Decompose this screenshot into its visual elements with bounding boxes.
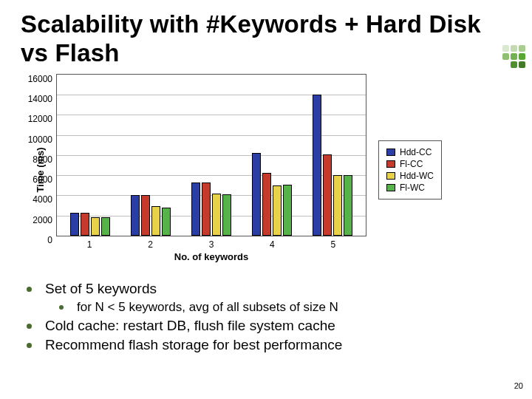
- legend-swatch: [386, 160, 395, 168]
- bullet-icon: [59, 305, 64, 310]
- chart-ytick: 8000: [33, 155, 52, 164]
- chart-xtick: 5: [311, 239, 355, 250]
- bullet-level1: Recommend flash storage for best perform…: [27, 337, 511, 353]
- chart-bar: [162, 208, 171, 236]
- chart-bar: [91, 217, 100, 236]
- chart-bar: [191, 183, 200, 236]
- chart-ytick: 2000: [33, 216, 52, 225]
- bullet-text: Recommend flash storage for best perform…: [45, 337, 342, 353]
- chart-bar: [344, 175, 352, 236]
- decorative-squares: [499, 44, 526, 69]
- chart-xticks: 12345: [56, 239, 366, 250]
- legend-swatch: [386, 184, 395, 191]
- chart-ytick: 14000: [28, 95, 52, 103]
- chart-xtick: 4: [250, 239, 294, 250]
- bullet-text: Cold cache: restart DB, flush file syste…: [45, 318, 335, 334]
- chart-bar: [212, 194, 221, 236]
- chart-bar: [131, 195, 140, 236]
- chart-bar-group: [252, 75, 292, 236]
- page-number: 20: [514, 381, 523, 390]
- chart-ytick: 16000: [28, 75, 52, 83]
- chart-ytick: 10000: [28, 135, 52, 144]
- bullet-text: Set of 5 keywords: [45, 281, 157, 297]
- legend-label: Hdd-WC: [400, 171, 434, 181]
- bullet-level1: Cold cache: restart DB, flush file syste…: [27, 318, 511, 334]
- chart-bar-group: [70, 75, 110, 236]
- chart-bar: [141, 195, 150, 236]
- legend-item: Fl-CC: [386, 159, 434, 169]
- chart-bar: [323, 154, 332, 236]
- legend-swatch: [386, 172, 395, 180]
- chart-ytick: 4000: [33, 195, 52, 204]
- chart-xlabel: No. of keywords: [56, 251, 366, 262]
- chart-bar-group: [131, 75, 171, 236]
- chart-legend: Hdd-CCFl-CCHdd-WCFl-WC: [378, 140, 442, 200]
- legend-item: Fl-WC: [386, 183, 434, 193]
- chart-bar-group: [313, 75, 352, 236]
- chart-ytick: 12000: [28, 115, 52, 123]
- legend-label: Hdd-CC: [400, 147, 432, 157]
- bullet-level1: Set of 5 keywords: [27, 281, 511, 297]
- legend-label: Fl-CC: [400, 159, 423, 169]
- chart-ytick: 6000: [33, 175, 52, 184]
- legend-swatch: [386, 149, 395, 156]
- legend-item: Hdd-CC: [386, 147, 434, 157]
- slide-title: Scalability with #Keywords + Hard Disk v…: [21, 10, 511, 68]
- chart: Time (ms) 020004000600080001000012000140…: [41, 74, 477, 266]
- chart-bar: [202, 183, 211, 236]
- legend-label: Fl-WC: [400, 183, 425, 193]
- chart-bar: [313, 95, 321, 236]
- bullet-icon: [27, 324, 32, 329]
- chart-bar: [70, 213, 79, 236]
- bullet-level2: for N < 5 keywords, avg of all subsets o…: [59, 300, 511, 315]
- legend-item: Hdd-WC: [386, 171, 434, 181]
- chart-bar: [262, 173, 271, 235]
- chart-bar: [252, 153, 261, 236]
- chart-bar: [283, 185, 292, 236]
- chart-bar: [222, 194, 231, 236]
- chart-bar: [81, 213, 89, 236]
- bullet-icon: [27, 287, 32, 292]
- bullet-text: for N < 5 keywords, avg of all subsets o…: [77, 300, 338, 315]
- chart-ytick: 0: [47, 236, 52, 245]
- chart-bar-group: [191, 75, 231, 236]
- chart-bar: [101, 217, 110, 236]
- chart-bar: [151, 206, 160, 236]
- bullet-icon: [27, 343, 32, 348]
- chart-xtick: 1: [67, 239, 112, 250]
- chart-plot-area: 0200040006000800010000120001400016000: [56, 74, 366, 236]
- chart-bar: [333, 175, 342, 236]
- chart-xtick: 3: [189, 239, 233, 250]
- chart-xtick: 2: [129, 239, 173, 250]
- chart-bar: [273, 185, 282, 236]
